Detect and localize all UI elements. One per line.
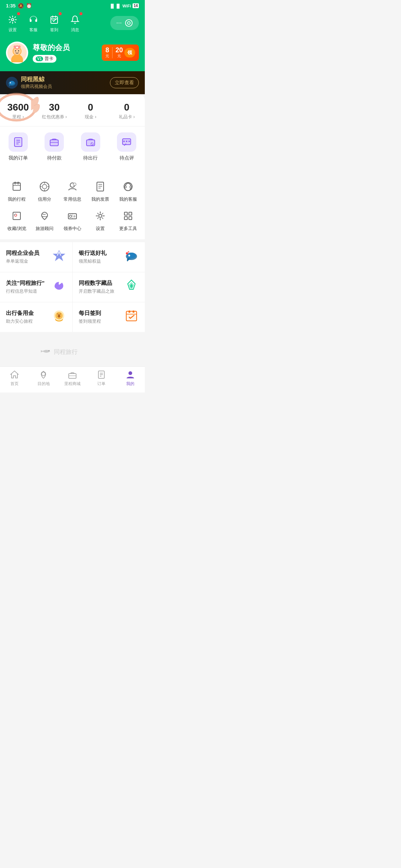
svg-rect-60 [129,212,132,215]
bank-gift-info: 银行送好礼 领黑鲸权益 [79,250,107,264]
points-gift-card[interactable]: 0 礼品卡 › [109,102,145,120]
coupon-item-1: 8 元 [105,47,109,59]
whale-desc: 领腾讯视频会员 [21,83,52,90]
settings-service[interactable]: 设置 [86,207,114,233]
svg-rect-23 [50,140,58,146]
svg-point-33 [128,141,130,142]
enterprise-member-info: 同程企业会员 单单返现金 [6,250,39,264]
signal-icon: ▐▌▐▌ [110,4,121,8]
svg-point-8 [15,50,16,52]
digital-collection-card[interactable]: 同程数字藏品 开启数字藏品之旅 [73,272,145,302]
points-coupons[interactable]: 30 红包优惠券 › [36,102,73,120]
svg-point-81 [42,372,45,376]
svg-point-66 [128,255,130,257]
enterprise-member-card[interactable]: 同程企业会员 单单返现金 [0,242,73,272]
coupon-banner[interactable]: 8 元 20 元 领 [102,45,139,61]
top-navigation: 设置 客服 签到 [0,10,145,37]
collect-browse-service[interactable]: 收藏/浏览 [3,207,31,233]
more-tools-service[interactable]: 更多工具 [114,207,142,233]
svg-point-0 [12,19,14,21]
camera-button[interactable]: ··· [110,16,139,30]
svg-rect-59 [124,212,127,215]
svg-point-39 [42,184,47,189]
pending-pay-action[interactable]: 待付款 [45,132,64,161]
pending-pay-icon [45,132,64,152]
bottom-nav-mine[interactable]: 我的 [116,370,145,387]
nav-icons-group: 设置 客服 签到 [6,13,82,33]
svg-rect-34 [13,183,20,190]
svg-point-2 [125,19,132,26]
svg-point-79 [49,350,50,351]
bank-gift-icon [124,248,139,266]
svg-point-88 [128,371,132,375]
credit-service[interactable]: 信用分 [31,178,59,204]
travel-fund-card[interactable]: 出行备用金 助力安心旅程 ¥ [0,302,73,332]
customer-service-icon-2 [121,179,136,194]
points-card: 3600 里程 › 30 红包优惠券 › 0 现金 › 0 礼品卡 › [0,94,145,172]
more-tools-icon [121,208,136,223]
signin-icon [48,13,61,26]
svg-point-11 [14,46,16,48]
coupon-center-icon: 券 [65,208,80,223]
pending-review-icon [117,132,136,152]
whale-brand: 同程黑鲸 [21,76,52,83]
customer-service-icon [27,13,40,26]
bottom-nav-orders[interactable]: 订单 [87,370,116,387]
avatar[interactable] [6,42,28,64]
svg-point-67 [126,252,128,254]
collect-icon [9,208,24,223]
credit-icon [37,179,52,194]
common-info-service[interactable]: i 常用信息 [59,178,87,204]
feature-row-1: 同程企业会员 单单返现金 银行送好礼 领黑鲸权益 [0,242,145,272]
enterprise-member-icon [52,248,66,266]
message-nav-item[interactable]: 消息 [68,13,82,33]
pending-review-action[interactable]: 待点评 [117,132,136,161]
message-icon [68,13,82,26]
bottom-nav-destination[interactable]: 目的地 [29,370,58,387]
coupon-center-service[interactable]: 券 领券中心 [59,207,87,233]
camera-label: ··· [116,19,122,27]
travel-fund-icon: ¥ [52,308,66,326]
signin-nav-item[interactable]: 签到 [48,13,61,33]
follow-app-card[interactable]: 关注"同程旅行" 行程信息早知道 [0,272,73,302]
bottom-nav-home[interactable]: 首页 [0,370,29,387]
points-row: 3600 里程 › 30 红包优惠券 › 0 现金 › 0 礼品卡 › [0,102,145,126]
my-invoice-service[interactable]: 我的发票 [86,178,114,204]
bottom-navigation: 首页 目的地 里程商城 订单 我的 [0,366,145,392]
message-notification-dot [79,12,82,15]
points-cash[interactable]: 0 现金 › [72,102,109,120]
my-trip-service[interactable]: 我的行程 [3,178,31,204]
follow-app-info: 关注"同程旅行" 行程信息早知道 [6,280,45,295]
my-orders-icon [9,132,28,152]
travel-advisor-icon [37,208,52,223]
my-service-item[interactable]: 我的客服 [114,178,142,204]
customer-service-nav-item[interactable]: 客服 [27,13,40,33]
travel-fund-info: 出行备用金 助力安心旅程 [6,310,34,325]
my-orders-action[interactable]: 我的订单 [9,132,28,161]
quick-actions: 我的订单 待付款 [0,126,145,164]
profile-details: 尊敬的会员 V1 普卡 [33,43,70,63]
feature-cards: 同程企业会员 单单返现金 银行送好礼 领黑鲸权益 [0,242,145,332]
settings-label: 设置 [9,27,17,33]
bank-gift-card[interactable]: 银行送好礼 领黑鲸权益 [73,242,145,272]
settings-nav-item[interactable]: 设置 [6,13,19,33]
alarm-icon: ⏰ [26,3,32,9]
points-mileage[interactable]: 3600 里程 › [0,102,36,120]
whale-action-button[interactable]: 立即查看 [110,77,139,88]
pending-travel-action[interactable]: 待出行 [81,132,100,161]
signin-notification-dot [59,12,62,15]
bottom-nav-mileage-mall[interactable]: 里程商城 [58,370,87,387]
status-indicators: ▐▌▐▌ WiFi 14 [110,3,139,8]
svg-rect-77 [128,310,130,313]
coupon-item-2: 20 元 [115,47,123,59]
status-bar: 1:35 🔕 ⏰ ▐▌▐▌ WiFi 14 [0,0,145,10]
pending-travel-icon [81,132,100,152]
time-display: 1:35 [6,3,16,9]
daily-signin-icon [124,308,139,326]
digital-collection-info: 同程数字藏品 开启数字藏品之旅 [79,280,114,295]
collect-button[interactable]: 领 [124,48,135,57]
feature-row-2: 关注"同程旅行" 行程信息早知道 同程数字藏品 开启数字藏品之旅 [0,272,145,302]
daily-signin-card[interactable]: 每日签到 签到领里程 [73,302,145,332]
level-text: 普卡 [45,56,53,62]
travel-advisor-service[interactable]: 旅游顾问 [31,207,59,233]
